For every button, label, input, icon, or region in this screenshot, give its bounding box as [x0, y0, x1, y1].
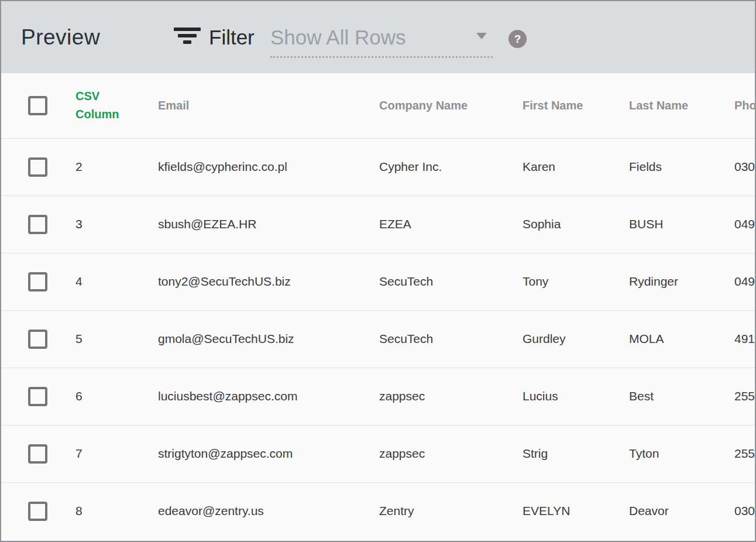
email-cell: gmola@SecuTechUS.biz [158, 310, 379, 368]
csv-row-number-cell: 3 [75, 195, 158, 253]
header-phone: Pho [734, 73, 755, 138]
email-cell: kfields@cypherinc.co.pl [158, 138, 379, 195]
table-row: 8 edeavor@zentry.us Zentry EVELYN Deavor… [1, 482, 755, 540]
first-name-cell: Karen [523, 138, 629, 195]
email-cell: luciusbest@zappsec.com [158, 368, 379, 425]
select-all-checkbox[interactable] [28, 96, 47, 115]
preview-table-container: CSV Column Email Company Name First Name… [1, 73, 755, 540]
phone-cell: 049 [734, 253, 755, 310]
last-name-cell: MOLA [629, 310, 734, 368]
csv-row-number-cell: 7 [75, 425, 158, 482]
row-checkbox[interactable] [28, 387, 47, 406]
toolbar: Preview Filter Show All Rows ? [1, 1, 755, 73]
filter-dropdown-value: Show All Rows [270, 26, 406, 49]
table-row: 5 gmola@SecuTechUS.biz SecuTech Gurdley … [1, 310, 755, 368]
first-name-cell: EVELYN [523, 482, 629, 540]
row-checkbox[interactable] [28, 157, 47, 177]
preview-panel: Preview Filter Show All Rows ? CSV Colum… [0, 0, 756, 542]
header-company-name: Company Name [379, 73, 523, 138]
phone-cell: 491 [734, 310, 755, 368]
company-name-cell: SecuTech [379, 253, 523, 310]
email-cell: edeavor@zentry.us [158, 482, 379, 540]
company-name-cell: zappsec [379, 425, 523, 482]
table-header-row: CSV Column Email Company Name First Name… [1, 73, 755, 138]
help-icon[interactable]: ? [508, 30, 527, 48]
row-checkbox[interactable] [28, 444, 47, 464]
csv-row-number-cell: 5 [75, 310, 158, 368]
first-name-cell: Lucius [523, 368, 629, 425]
chevron-down-icon [476, 33, 487, 39]
first-name-cell: Gurdley [523, 310, 629, 368]
email-cell: tony2@SecuTechUS.biz [158, 253, 379, 310]
row-checkbox[interactable] [28, 272, 47, 291]
last-name-cell: Fields [629, 138, 734, 195]
last-name-cell: Deavor [629, 482, 734, 540]
csv-row-number-cell: 6 [75, 368, 158, 425]
header-csv-column: CSV Column [75, 73, 158, 138]
table-row: 6 luciusbest@zappsec.com zappsec Lucius … [1, 368, 755, 425]
row-checkbox[interactable] [28, 330, 47, 349]
table-row: 2 kfields@cypherinc.co.pl Cypher Inc. Ka… [1, 138, 755, 195]
table-row: 4 tony2@SecuTechUS.biz SecuTech Tony Ryd… [1, 253, 755, 310]
header-last-name: Last Name [629, 73, 734, 138]
first-name-cell: Strig [523, 425, 629, 482]
filter-label: Filter [209, 1, 255, 73]
company-name-cell: SecuTech [379, 310, 523, 368]
row-checkbox[interactable] [28, 502, 47, 521]
company-name-cell: zappsec [379, 368, 523, 425]
last-name-cell: Tyton [629, 425, 734, 482]
email-cell: sbush@EZEA.HR [158, 195, 379, 253]
preview-table: CSV Column Email Company Name First Name… [1, 73, 755, 540]
row-checkbox[interactable] [28, 215, 47, 234]
last-name-cell: Rydinger [629, 253, 734, 310]
first-name-cell: Sophia [523, 195, 629, 253]
company-name-cell: Cypher Inc. [379, 138, 523, 195]
csv-row-number-cell: 8 [75, 482, 158, 540]
first-name-cell: Tony [523, 253, 629, 310]
header-first-name: First Name [523, 73, 629, 138]
filter-icon [174, 28, 201, 44]
filter-rows-dropdown[interactable]: Show All Rows [270, 19, 493, 58]
header-email: Email [158, 73, 379, 138]
phone-cell: 030 [734, 482, 755, 540]
last-name-cell: Best [629, 368, 734, 425]
table-body: 2 kfields@cypherinc.co.pl Cypher Inc. Ka… [1, 138, 755, 540]
csv-row-number-cell: 2 [75, 138, 158, 195]
table-row: 7 strigtyton@zappsec.com zappsec Strig T… [1, 425, 755, 482]
csv-row-number-cell: 4 [75, 253, 158, 310]
phone-cell: 255 [734, 368, 755, 425]
page-title: Preview [21, 1, 100, 73]
company-name-cell: Zentry [379, 482, 523, 540]
phone-cell: 030 [734, 138, 755, 195]
table-row: 3 sbush@EZEA.HR EZEA Sophia BUSH 049 [1, 195, 755, 253]
email-cell: strigtyton@zappsec.com [158, 425, 379, 482]
last-name-cell: BUSH [629, 195, 734, 253]
phone-cell: 255 [734, 425, 755, 482]
company-name-cell: EZEA [379, 195, 523, 253]
phone-cell: 049 [734, 195, 755, 253]
